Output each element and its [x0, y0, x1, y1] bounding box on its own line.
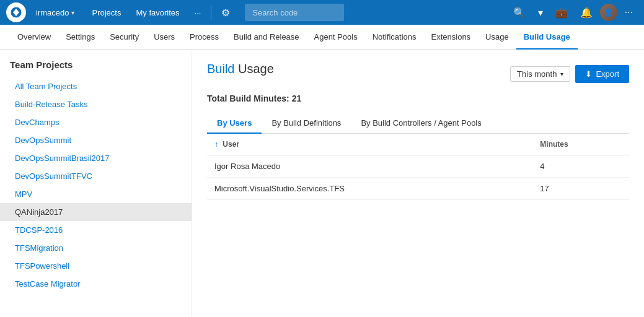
export-button[interactable]: ⬇ Export: [575, 65, 629, 83]
tab-by-build-controllers[interactable]: By Build Controllers / Agent Pools: [351, 113, 491, 134]
top-nav-links: Projects My favorites ··· ⚙: [84, 0, 237, 25]
sidebar-title: Team Projects: [0, 59, 192, 77]
col-user: ↑ User: [207, 134, 532, 155]
total-label: Total Build Minutes: 21: [207, 93, 629, 103]
nav-process[interactable]: Process: [182, 25, 226, 50]
table-row: Igor Rosa Macedo 4: [207, 155, 629, 178]
total-text: Total Build Minutes: 21: [207, 93, 301, 103]
filter-dropdown[interactable]: This month ▾: [510, 66, 570, 82]
sidebar-item-devopssummit[interactable]: DevOpsSummit: [0, 131, 192, 149]
cell-user-1: Microsoft.VisualStudio.Services.TFS: [207, 178, 532, 200]
sidebar-item-devchamps[interactable]: DevChamps: [0, 113, 192, 131]
top-navbar: irmacedo ▾ Projects My favorites ··· ⚙ 🔍…: [0, 0, 644, 25]
sidebar-item-all-team-projects[interactable]: All Team Projects: [0, 77, 192, 95]
nav-link-more[interactable]: ···: [187, 0, 209, 25]
cell-minutes-0: 4: [532, 155, 629, 178]
cell-user-0: Igor Rosa Macedo: [207, 155, 532, 178]
briefcase-icon-btn[interactable]: 💼: [550, 4, 573, 21]
table-header-row: ↑ User Minutes: [207, 134, 629, 155]
tabs-container: By Users By Build Definitions By Build C…: [207, 113, 629, 134]
nav-link-myfavorites[interactable]: My favorites: [128, 0, 187, 25]
sidebar-item-tdcsp-2016[interactable]: TDCSP-2016: [0, 221, 192, 239]
nav-overview[interactable]: Overview: [10, 25, 58, 50]
avatar[interactable]: 👤: [600, 4, 617, 21]
page-title: Build Usage: [207, 62, 274, 76]
avatar-image: 👤: [600, 4, 617, 21]
page-title-part1: Build: [207, 62, 234, 76]
table-row: Microsoft.VisualStudio.Services.TFS 17: [207, 178, 629, 200]
main-layout: Team Projects All Team Projects Build-Re…: [0, 50, 644, 317]
nav-agent-pools[interactable]: Agent Pools: [307, 25, 365, 50]
filter-chevron-icon: ▾: [560, 71, 563, 77]
export-icon: ⬇: [585, 69, 592, 79]
second-navbar: Overview Settings Security Users Process…: [0, 25, 644, 50]
app-logo[interactable]: [6, 2, 26, 22]
sidebar-item-tfsmigration[interactable]: TFSMigration: [0, 239, 192, 257]
filter-label: This month: [517, 69, 557, 79]
export-label: Export: [596, 69, 619, 79]
nav-security[interactable]: Security: [102, 25, 146, 50]
top-nav-right: 🔍 ▾ 💼 🔔 👤 ···: [508, 4, 638, 21]
settings-gear-icon[interactable]: ⚙: [214, 0, 237, 25]
sidebar: Team Projects All Team Projects Build-Re…: [0, 50, 192, 317]
more-icon-btn[interactable]: ···: [620, 4, 638, 20]
nav-extensions[interactable]: Extensions: [424, 25, 479, 50]
page-title-part2: Usage: [238, 62, 274, 76]
sidebar-item-devopssummittfvc[interactable]: DevOpsSummitTFVC: [0, 167, 192, 185]
user-section[interactable]: irmacedo ▾: [31, 6, 79, 20]
sidebar-item-build-release-tasks[interactable]: Build-Release Tasks: [0, 95, 192, 113]
user-dropdown-icon: ▾: [71, 9, 74, 16]
search-container: [245, 4, 344, 21]
nav-link-projects[interactable]: Projects: [84, 0, 128, 25]
sidebar-item-testcase-migrator[interactable]: TestCase Migrator: [0, 275, 192, 293]
table-body: Igor Rosa Macedo 4 Microsoft.VisualStudi…: [207, 155, 629, 200]
tab-by-users[interactable]: By Users: [207, 113, 262, 134]
nav-settings[interactable]: Settings: [58, 25, 102, 50]
nav-notifications[interactable]: Notifications: [365, 25, 424, 50]
notifications-icon-btn[interactable]: 🔔: [575, 4, 598, 21]
sort-icon-user: ↑: [214, 140, 218, 149]
cell-minutes-1: 17: [532, 178, 629, 200]
tab-by-build-definitions[interactable]: By Build Definitions: [262, 113, 351, 134]
nav-build-and-release[interactable]: Build and Release: [226, 25, 307, 50]
col-minutes: Minutes: [532, 134, 629, 155]
nav-build-usage[interactable]: Build Usage: [516, 25, 578, 50]
search-input[interactable]: [245, 4, 344, 21]
search-icon-btn[interactable]: 🔍: [508, 4, 531, 21]
sidebar-item-mpv[interactable]: MPV: [0, 185, 192, 203]
nav-users[interactable]: Users: [146, 25, 182, 50]
sidebar-item-tfspowershell[interactable]: TFSPowershell: [0, 257, 192, 275]
header-actions: This month ▾ ⬇ Export: [510, 65, 629, 83]
sidebar-item-qaninja2017[interactable]: QANinja2017: [0, 203, 192, 221]
header-row: Build Usage This month ▾ ⬇ Export: [207, 62, 629, 86]
sidebar-item-devopssummitbrasil2017[interactable]: DevOpsSummitBrasil2017: [0, 149, 192, 167]
data-table: ↑ User Minutes Igor Rosa Macedo 4 Micros…: [207, 134, 629, 200]
username-label: irmacedo: [36, 8, 69, 17]
page-title-text: Build Usage: [207, 62, 274, 76]
nav-usage[interactable]: Usage: [478, 25, 516, 50]
chevron-icon-btn[interactable]: ▾: [533, 4, 548, 21]
main-content: Build Usage This month ▾ ⬇ Export Total …: [192, 50, 644, 317]
nav-divider: [211, 5, 211, 20]
